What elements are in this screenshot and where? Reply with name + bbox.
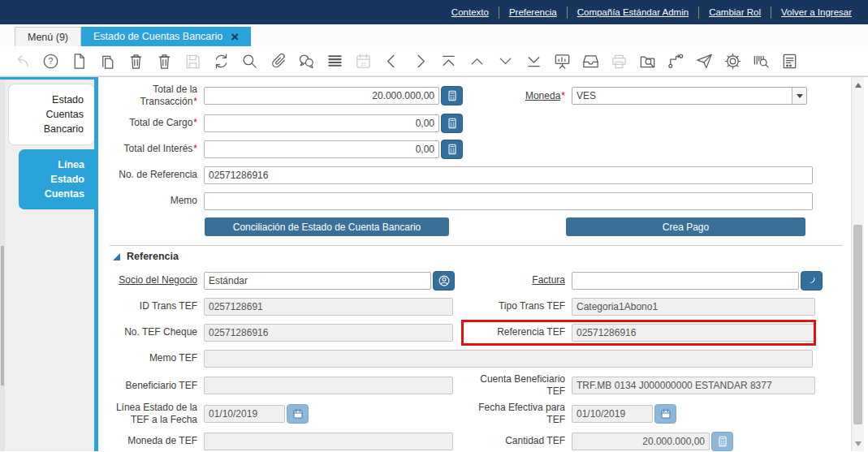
logout-link[interactable]: Volver a Ingresar: [771, 7, 862, 17]
first-record-icon[interactable]: [436, 49, 460, 73]
sidebar-tab-statement-line-label: Línea Estado Cuentas: [24, 157, 84, 201]
change-role-link[interactable]: Cambiar Rol: [699, 7, 771, 17]
eft-effective-date-field: [572, 405, 653, 423]
memo-input[interactable]: [204, 192, 813, 210]
scrollbar-thumb[interactable]: [853, 225, 862, 424]
send-mail-icon[interactable]: [692, 49, 716, 73]
eft-amount-field: [572, 433, 710, 450]
window-tab-bar: Menú (9) Estado de Cuentas Bancario ×: [0, 24, 868, 46]
reference-section-header[interactable]: Referencia: [113, 251, 851, 262]
create-payment-button[interactable]: Crea Pago: [566, 217, 805, 236]
zoom-across-icon[interactable]: [635, 49, 659, 73]
eft-trx-id-field: [204, 298, 453, 316]
form-content: Total de la Transacción Moneda Total de …: [98, 77, 851, 451]
calendar-icon: 31: [351, 49, 375, 73]
reconcile-button[interactable]: Conciliación de Estado de Cuenta Bancari…: [205, 217, 449, 236]
tab-menu-label: Menú (9): [28, 32, 68, 43]
splitter-handle[interactable]: [1, 246, 4, 385]
eft-memo-field: [204, 350, 813, 368]
calendar-button: [287, 404, 309, 424]
scroll-up-icon[interactable]: [852, 79, 864, 91]
currency-select[interactable]: [572, 87, 807, 105]
invoice-label[interactable]: Factura: [463, 274, 565, 286]
currency-value[interactable]: [572, 88, 792, 104]
report-icon[interactable]: [550, 49, 574, 73]
svg-text:31: 31: [361, 60, 366, 66]
delete-record-icon[interactable]: [123, 49, 148, 73]
find-icon[interactable]: [237, 49, 261, 73]
right-gap: [864, 77, 868, 451]
calculator-button[interactable]: [441, 140, 463, 159]
eft-reference-field: [572, 324, 815, 342]
last-record-icon[interactable]: [521, 49, 546, 73]
eft-check-no-field: [204, 324, 453, 342]
close-icon[interactable]: ×: [231, 30, 239, 44]
calculator-button: [711, 432, 733, 451]
help-icon[interactable]: ?: [38, 49, 63, 73]
currency-label[interactable]: Moneda: [525, 90, 560, 101]
top-navigation-bar: Contexto Preferencia Compañía Estándar A…: [0, 0, 868, 24]
preference-icon[interactable]: [720, 49, 745, 73]
change-log-icon[interactable]: [322, 49, 347, 73]
role-company-link[interactable]: Compañía Estándar Admin: [568, 7, 698, 17]
calendar-button: [654, 404, 676, 424]
invoice-icon[interactable]: [801, 271, 823, 291]
transaction-total-input[interactable]: [204, 87, 439, 105]
invoice-input[interactable]: [572, 272, 799, 290]
toolbar: ? 31: [0, 46, 868, 76]
eft-trx-type-field: [572, 298, 815, 316]
eft-payee-account-field: [572, 377, 815, 394]
requery-icon[interactable]: [209, 49, 233, 73]
tab-bank-statement-label: Estado de Cuentas Bancario: [93, 31, 222, 42]
archive-icon[interactable]: [578, 49, 602, 73]
product-info-icon[interactable]: [749, 49, 773, 73]
print-icon: [607, 49, 631, 73]
reference-section-title: Referencia: [127, 251, 179, 262]
sidebar-tab-statement-line[interactable]: Línea Estado Cuentas: [19, 149, 95, 209]
previous-window-icon[interactable]: [379, 49, 404, 73]
svg-text:?: ?: [48, 56, 53, 66]
save-icon: [180, 49, 205, 73]
detail-tabs-panel: Estado Cuentas Bancario Línea Estado Cue…: [0, 77, 94, 451]
workflow-icon[interactable]: [663, 49, 688, 73]
chat-icon[interactable]: [294, 49, 318, 73]
tab-bank-statement[interactable]: Estado de Cuentas Bancario ×: [81, 27, 251, 46]
new-record-icon[interactable]: [67, 49, 91, 73]
collapse-triangle-icon[interactable]: [113, 253, 120, 260]
eft-currency-field: [204, 433, 453, 450]
next-record-icon[interactable]: [493, 49, 517, 73]
preference-link[interactable]: Preferencia: [499, 7, 567, 17]
sidebar-tab-bank-statement-label: Estado Cuentas Bancario: [14, 93, 84, 136]
business-partner-label[interactable]: Socio del Negocio: [108, 274, 197, 286]
print-preview-icon[interactable]: [777, 49, 801, 73]
main-area: Estado Cuentas Bancario Línea Estado Cue…: [0, 76, 868, 451]
scroll-down-icon[interactable]: [852, 437, 864, 450]
business-partner-input[interactable]: [204, 272, 431, 290]
attachment-icon[interactable]: [266, 49, 290, 73]
charge-total-input[interactable]: [204, 114, 439, 132]
business-partner-icon[interactable]: [433, 271, 455, 291]
context-link[interactable]: Contexto: [442, 7, 499, 17]
eft-payee-field: [204, 377, 453, 394]
reference-no-input[interactable]: [204, 166, 813, 184]
record-tabs-sidebar: Estado Cuentas Bancario Línea Estado Cue…: [5, 80, 94, 451]
calculator-button[interactable]: [441, 86, 463, 105]
field-label: Total de la Transacción: [108, 84, 197, 108]
sidebar-splitter[interactable]: [0, 80, 5, 451]
vertical-scrollbar[interactable]: [851, 77, 864, 451]
tab-menu[interactable]: Menú (9): [15, 27, 81, 46]
eft-line-date-field: [204, 405, 285, 423]
copy-record-icon[interactable]: [95, 49, 119, 73]
chevron-down-icon[interactable]: [792, 88, 806, 104]
calculator-button[interactable]: [441, 114, 463, 133]
sidebar-tab-bank-statement[interactable]: Estado Cuentas Bancario: [9, 84, 94, 144]
undo-icon: [10, 49, 34, 73]
next-window-icon[interactable]: [408, 49, 432, 73]
interest-total-input[interactable]: [204, 140, 439, 158]
previous-record-icon[interactable]: [464, 49, 489, 73]
section-divider: [110, 245, 843, 246]
delete-selection-icon[interactable]: [152, 49, 176, 73]
